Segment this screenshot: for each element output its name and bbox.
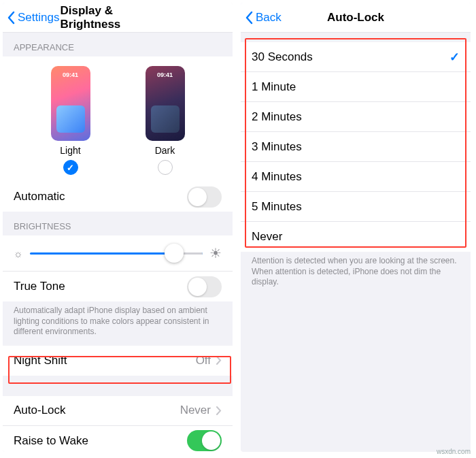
auto-lock-option[interactable]: 2 Minutes [241,102,471,132]
auto-lock-option[interactable]: 3 Minutes [241,132,471,162]
light-radio[interactable] [63,160,78,175]
theme-light[interactable]: 09:41 Light [51,66,90,175]
auto-lock-option[interactable]: 30 Seconds✓ [241,42,471,72]
brightness-slider-row: ☼ ☀ [3,235,233,272]
true-tone-label: True Tone [14,280,65,293]
automatic-label: Automatic [14,190,65,203]
auto-lock-option[interactable]: 4 Minutes [241,162,471,192]
appearance-picker: 09:41 Light 09:41 Dark [3,56,233,182]
auto-lock-row[interactable]: Auto-Lock Never [3,396,233,426]
back-label: Back [256,11,282,24]
auto-lock-options: 30 Seconds✓1 Minute2 Minutes3 Minutes4 M… [241,42,471,252]
back-label: Settings [18,11,59,24]
back-button[interactable]: Settings [3,11,59,24]
option-label: 1 Minute [252,80,296,94]
option-label: 3 Minutes [252,140,302,154]
option-label: 5 Minutes [252,200,302,214]
true-tone-footer: Automatically adapt iPhone display based… [3,301,233,346]
nav-bar: Back Auto-Lock [241,3,471,33]
raise-to-wake-switch[interactable] [187,430,222,451]
sun-large-icon: ☀ [209,245,222,261]
option-label: Never [252,230,282,244]
dark-radio[interactable] [158,160,173,175]
auto-lock-value: Never [180,404,211,417]
true-tone-row[interactable]: True Tone [3,272,233,301]
brightness-header: Brightness [3,212,233,235]
checkmark-icon: ✓ [449,50,460,65]
night-shift-label: Night Shift [14,354,67,367]
display-brightness-screen: Settings Display & Brightness Appearance… [3,3,233,452]
auto-lock-option[interactable]: 1 Minute [241,72,471,102]
option-label: 4 Minutes [252,170,302,184]
night-shift-row[interactable]: Night Shift Off [3,346,233,376]
light-label: Light [60,145,80,156]
chevron-right-icon [216,356,222,365]
appearance-header: Appearance [3,33,233,56]
chevron-left-icon [7,11,15,24]
automatic-switch[interactable] [187,186,222,208]
theme-dark[interactable]: 09:41 Dark [146,66,185,175]
auto-lock-screen: Back Auto-Lock 30 Seconds✓1 Minute2 Minu… [241,3,471,452]
automatic-row[interactable]: Automatic [3,182,233,212]
back-button[interactable]: Back [241,11,282,24]
auto-lock-option[interactable]: Never [241,222,471,252]
page-title: Display & Brightness [61,4,175,31]
light-preview: 09:41 [51,66,90,141]
page-title: Auto-Lock [327,11,384,24]
chevron-right-icon [216,406,222,415]
brightness-slider[interactable] [30,252,203,255]
dark-label: Dark [155,145,175,156]
auto-lock-footer: Attention is detected when you are looki… [241,252,471,296]
raise-to-wake-row[interactable]: Raise to Wake [3,426,233,452]
nav-bar: Settings Display & Brightness [3,3,233,33]
credit: wsxdn.com [437,448,471,455]
true-tone-switch[interactable] [187,276,222,297]
night-shift-value: Off [196,354,211,367]
option-label: 30 Seconds [252,50,313,64]
option-label: 2 Minutes [252,110,302,124]
dark-preview: 09:41 [146,66,185,141]
chevron-left-icon [245,11,253,24]
auto-lock-label: Auto-Lock [14,404,66,417]
sun-small-icon: ☼ [14,248,23,259]
auto-lock-option[interactable]: 5 Minutes [241,192,471,222]
raise-to-wake-label: Raise to Wake [14,434,88,448]
